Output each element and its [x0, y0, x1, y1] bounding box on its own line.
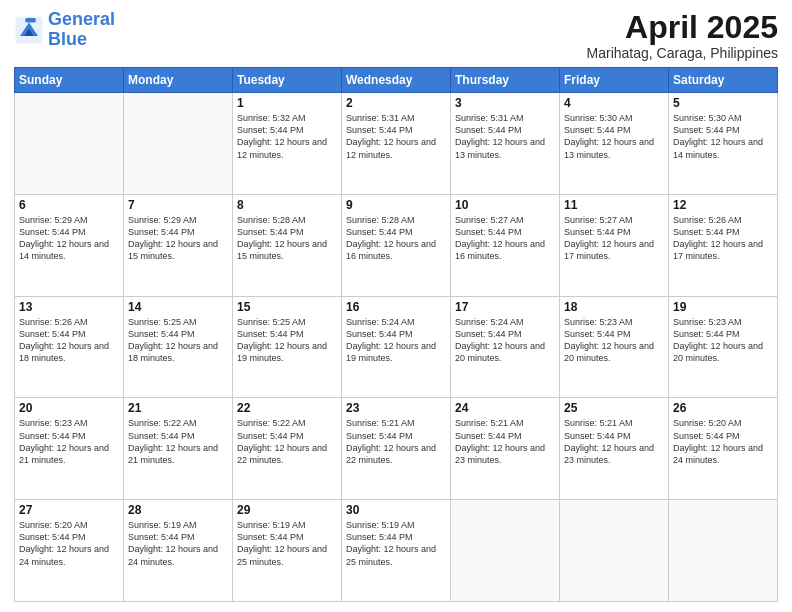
day-number: 24 [455, 401, 555, 415]
sunrise-label: Sunrise: 5:26 AM [673, 215, 742, 225]
calendar-cell [124, 93, 233, 195]
sunrise-label: Sunrise: 5:19 AM [128, 520, 197, 530]
sunset-label: Sunset: 5:44 PM [128, 431, 195, 441]
calendar-cell: 29 Sunrise: 5:19 AM Sunset: 5:44 PM Dayl… [233, 500, 342, 602]
page: General Blue April 2025 Marihatag, Carag… [0, 0, 792, 612]
sunrise-label: Sunrise: 5:21 AM [455, 418, 524, 428]
day-info: Sunrise: 5:28 AM Sunset: 5:44 PM Dayligh… [346, 214, 446, 263]
sunrise-label: Sunrise: 5:20 AM [673, 418, 742, 428]
calendar-cell: 8 Sunrise: 5:28 AM Sunset: 5:44 PM Dayli… [233, 194, 342, 296]
logo-general: General [48, 9, 115, 29]
calendar-cell: 13 Sunrise: 5:26 AM Sunset: 5:44 PM Dayl… [15, 296, 124, 398]
calendar-cell: 26 Sunrise: 5:20 AM Sunset: 5:44 PM Dayl… [669, 398, 778, 500]
daylight-label: Daylight: 12 hours and 13 minutes. [564, 137, 654, 159]
day-number: 12 [673, 198, 773, 212]
day-info: Sunrise: 5:31 AM Sunset: 5:44 PM Dayligh… [455, 112, 555, 161]
sunrise-label: Sunrise: 5:28 AM [237, 215, 306, 225]
subtitle: Marihatag, Caraga, Philippines [587, 45, 778, 61]
calendar-cell: 23 Sunrise: 5:21 AM Sunset: 5:44 PM Dayl… [342, 398, 451, 500]
sunset-label: Sunset: 5:44 PM [346, 431, 413, 441]
day-info: Sunrise: 5:19 AM Sunset: 5:44 PM Dayligh… [128, 519, 228, 568]
daylight-label: Daylight: 12 hours and 19 minutes. [346, 341, 436, 363]
day-info: Sunrise: 5:21 AM Sunset: 5:44 PM Dayligh… [564, 417, 664, 466]
day-number: 11 [564, 198, 664, 212]
day-number: 29 [237, 503, 337, 517]
daylight-label: Daylight: 12 hours and 24 minutes. [128, 544, 218, 566]
daylight-label: Daylight: 12 hours and 24 minutes. [673, 443, 763, 465]
day-number: 13 [19, 300, 119, 314]
sunset-label: Sunset: 5:44 PM [455, 431, 522, 441]
day-number: 28 [128, 503, 228, 517]
calendar-cell: 18 Sunrise: 5:23 AM Sunset: 5:44 PM Dayl… [560, 296, 669, 398]
sunset-label: Sunset: 5:44 PM [19, 532, 86, 542]
calendar-cell: 9 Sunrise: 5:28 AM Sunset: 5:44 PM Dayli… [342, 194, 451, 296]
sunset-label: Sunset: 5:44 PM [455, 227, 522, 237]
sunset-label: Sunset: 5:44 PM [564, 125, 631, 135]
day-info: Sunrise: 5:22 AM Sunset: 5:44 PM Dayligh… [237, 417, 337, 466]
day-info: Sunrise: 5:27 AM Sunset: 5:44 PM Dayligh… [455, 214, 555, 263]
main-title: April 2025 [587, 10, 778, 45]
sunset-label: Sunset: 5:44 PM [346, 125, 413, 135]
calendar-cell: 2 Sunrise: 5:31 AM Sunset: 5:44 PM Dayli… [342, 93, 451, 195]
day-info: Sunrise: 5:29 AM Sunset: 5:44 PM Dayligh… [128, 214, 228, 263]
daylight-label: Daylight: 12 hours and 16 minutes. [455, 239, 545, 261]
calendar-cell: 1 Sunrise: 5:32 AM Sunset: 5:44 PM Dayli… [233, 93, 342, 195]
day-info: Sunrise: 5:24 AM Sunset: 5:44 PM Dayligh… [346, 316, 446, 365]
daylight-label: Daylight: 12 hours and 22 minutes. [346, 443, 436, 465]
sunrise-label: Sunrise: 5:25 AM [128, 317, 197, 327]
sunrise-label: Sunrise: 5:30 AM [564, 113, 633, 123]
day-number: 15 [237, 300, 337, 314]
day-info: Sunrise: 5:26 AM Sunset: 5:44 PM Dayligh… [19, 316, 119, 365]
day-info: Sunrise: 5:28 AM Sunset: 5:44 PM Dayligh… [237, 214, 337, 263]
sunrise-label: Sunrise: 5:29 AM [128, 215, 197, 225]
sunrise-label: Sunrise: 5:23 AM [673, 317, 742, 327]
sunrise-label: Sunrise: 5:31 AM [455, 113, 524, 123]
sunset-label: Sunset: 5:44 PM [237, 532, 304, 542]
sunrise-label: Sunrise: 5:20 AM [19, 520, 88, 530]
sunset-label: Sunset: 5:44 PM [346, 532, 413, 542]
calendar-cell: 25 Sunrise: 5:21 AM Sunset: 5:44 PM Dayl… [560, 398, 669, 500]
sunset-label: Sunset: 5:44 PM [346, 227, 413, 237]
day-info: Sunrise: 5:31 AM Sunset: 5:44 PM Dayligh… [346, 112, 446, 161]
calendar-cell: 30 Sunrise: 5:19 AM Sunset: 5:44 PM Dayl… [342, 500, 451, 602]
day-info: Sunrise: 5:32 AM Sunset: 5:44 PM Dayligh… [237, 112, 337, 161]
sunset-label: Sunset: 5:44 PM [564, 431, 631, 441]
calendar-cell: 21 Sunrise: 5:22 AM Sunset: 5:44 PM Dayl… [124, 398, 233, 500]
day-info: Sunrise: 5:24 AM Sunset: 5:44 PM Dayligh… [455, 316, 555, 365]
calendar-week-row: 1 Sunrise: 5:32 AM Sunset: 5:44 PM Dayli… [15, 93, 778, 195]
calendar-cell [451, 500, 560, 602]
calendar-cell: 22 Sunrise: 5:22 AM Sunset: 5:44 PM Dayl… [233, 398, 342, 500]
daylight-label: Daylight: 12 hours and 14 minutes. [673, 137, 763, 159]
day-info: Sunrise: 5:26 AM Sunset: 5:44 PM Dayligh… [673, 214, 773, 263]
sunrise-label: Sunrise: 5:19 AM [237, 520, 306, 530]
sunset-label: Sunset: 5:44 PM [564, 329, 631, 339]
calendar-cell: 28 Sunrise: 5:19 AM Sunset: 5:44 PM Dayl… [124, 500, 233, 602]
day-number: 1 [237, 96, 337, 110]
day-number: 17 [455, 300, 555, 314]
calendar-weekday: Tuesday [233, 68, 342, 93]
sunset-label: Sunset: 5:44 PM [455, 329, 522, 339]
calendar-cell: 27 Sunrise: 5:20 AM Sunset: 5:44 PM Dayl… [15, 500, 124, 602]
sunrise-label: Sunrise: 5:21 AM [564, 418, 633, 428]
sunset-label: Sunset: 5:44 PM [455, 125, 522, 135]
day-number: 18 [564, 300, 664, 314]
daylight-label: Daylight: 12 hours and 18 minutes. [128, 341, 218, 363]
sunset-label: Sunset: 5:44 PM [237, 125, 304, 135]
sunrise-label: Sunrise: 5:22 AM [237, 418, 306, 428]
day-info: Sunrise: 5:23 AM Sunset: 5:44 PM Dayligh… [19, 417, 119, 466]
daylight-label: Daylight: 12 hours and 25 minutes. [346, 544, 436, 566]
calendar-cell [560, 500, 669, 602]
calendar-weekday: Wednesday [342, 68, 451, 93]
day-number: 30 [346, 503, 446, 517]
calendar-cell: 24 Sunrise: 5:21 AM Sunset: 5:44 PM Dayl… [451, 398, 560, 500]
sunset-label: Sunset: 5:44 PM [19, 227, 86, 237]
calendar-weekday: Friday [560, 68, 669, 93]
calendar-cell [15, 93, 124, 195]
day-number: 25 [564, 401, 664, 415]
header: General Blue April 2025 Marihatag, Carag… [14, 10, 778, 61]
sunset-label: Sunset: 5:44 PM [128, 329, 195, 339]
daylight-label: Daylight: 12 hours and 12 minutes. [237, 137, 327, 159]
day-number: 4 [564, 96, 664, 110]
day-info: Sunrise: 5:22 AM Sunset: 5:44 PM Dayligh… [128, 417, 228, 466]
day-info: Sunrise: 5:29 AM Sunset: 5:44 PM Dayligh… [19, 214, 119, 263]
